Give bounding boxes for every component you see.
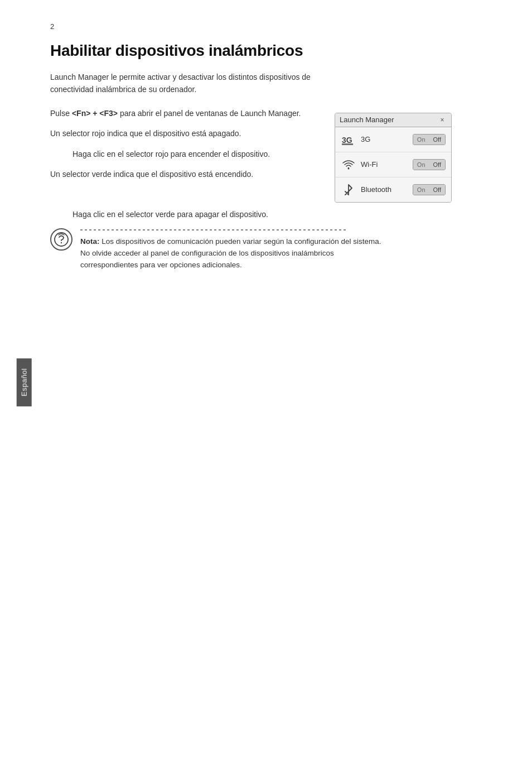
page-number: 2 — [50, 22, 499, 31]
note-right: Nota: Los dispositivos de comunicación p… — [80, 228, 385, 271]
lm-toggle-3g[interactable]: On Off — [413, 134, 446, 145]
launch-manager-titlebar: Launch Manager × — [335, 113, 451, 127]
lm-toggle-wifi[interactable]: On Off — [413, 159, 446, 170]
note-label: Nota: — [80, 237, 100, 246]
paragraph-click-red: Haga clic en el selector rojo para encen… — [72, 148, 318, 160]
wifi-icon — [341, 157, 356, 172]
left-content: Pulse <Fn> + <F3> para abrir el panel de… — [50, 107, 318, 203]
intro-text: Launch Manager le permite activar y desa… — [50, 71, 329, 96]
3g-icon: 3G — [341, 132, 356, 147]
paragraph-green-selector: Un selector verde indica que el disposit… — [50, 168, 318, 180]
lm-bluetooth-off[interactable]: Off — [429, 185, 445, 195]
launch-manager-panel: Launch Manager × 3G 3G On — [335, 107, 457, 203]
lm-wifi-on[interactable]: On — [413, 160, 429, 170]
lm-toggle-bluetooth[interactable]: On Off — [413, 184, 446, 195]
lm-label-wifi: Wi-Fi — [361, 160, 408, 169]
lm-label-3g: 3G — [361, 135, 408, 143]
page-title: Habilitar dispositivos inalámbricos — [50, 42, 499, 60]
dotted-line — [80, 228, 385, 232]
svg-text:3G: 3G — [342, 136, 352, 145]
svg-point-3 — [348, 167, 350, 169]
lm-wifi-off[interactable]: Off — [429, 160, 445, 170]
note-icon — [50, 228, 72, 251]
paragraph-red-selector: Un selector rojo indica que el dispositi… — [50, 127, 318, 140]
paragraph-fn-f3: Pulse <Fn> + <F3> para abrir el panel de… — [50, 107, 318, 119]
launch-manager-window: Launch Manager × 3G 3G On — [335, 113, 452, 203]
note-text: Nota: Los dispositivos de comunicación p… — [80, 236, 385, 271]
note-left — [50, 228, 72, 251]
lm-row-3g: 3G 3G On Off — [335, 127, 451, 152]
svg-point-5 — [61, 242, 62, 243]
lm-row-wifi: Wi-Fi On Off — [335, 152, 451, 177]
lm-row-bluetooth: Bluetooth On Off — [335, 177, 451, 202]
lm-label-bluetooth: Bluetooth — [361, 185, 408, 194]
note-section: Nota: Los dispositivos de comunicación p… — [50, 228, 385, 271]
close-button[interactable]: × — [438, 116, 447, 124]
svg-point-4 — [55, 233, 68, 246]
lm-3g-off[interactable]: Off — [429, 134, 445, 145]
lm-3g-on[interactable]: On — [413, 134, 429, 145]
paragraph-click-green: Haga clic en el selector verde para apag… — [72, 208, 499, 220]
bluetooth-icon — [341, 182, 356, 198]
lm-bluetooth-on[interactable]: On — [413, 185, 429, 195]
side-label: Español — [17, 358, 32, 406]
launch-manager-title: Launch Manager — [340, 116, 394, 124]
